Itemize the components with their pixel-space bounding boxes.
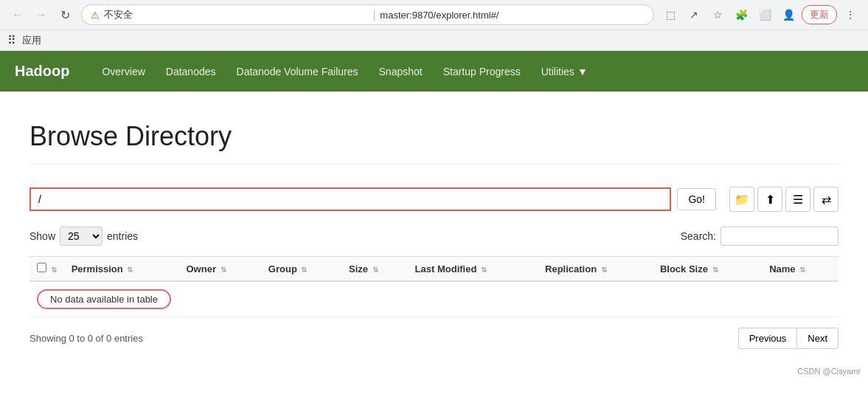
address-bar-separator: | bbox=[373, 9, 376, 21]
browser-nav-buttons: ← → ↻ bbox=[7, 4, 75, 25]
data-table: ⇅ Permission ⇅ Owner ⇅ Group ⇅ Size ⇅ bbox=[29, 256, 839, 317]
no-data-message: No data available in table bbox=[37, 289, 171, 309]
forward-button[interactable]: → bbox=[31, 4, 52, 25]
screenshot-button[interactable]: ⬚ bbox=[660, 4, 681, 25]
watermark-text: CSDN @Cisyamr bbox=[797, 367, 861, 376]
main-content: Browse Directory Go! 📁 ⬆ ☰ ⇄ Show 10 25 bbox=[0, 92, 868, 364]
browser-chrome: ← → ↻ ⚠ 不安全 | master:9870/explorer.html#… bbox=[0, 0, 868, 30]
extensions-button[interactable]: 🧩 bbox=[731, 4, 751, 25]
icon-buttons: 📁 ⬆ ☰ ⇄ bbox=[729, 187, 839, 212]
replication-sort-icon: ⇅ bbox=[601, 266, 607, 274]
security-warning-icon: ⚠ bbox=[91, 10, 100, 21]
size-sort-icon: ⇅ bbox=[372, 266, 378, 274]
navbar: Hadoop Overview Datanodes Datanode Volum… bbox=[0, 51, 868, 92]
menu-button[interactable]: ⋮ bbox=[840, 4, 861, 25]
replication-label: Replication bbox=[545, 263, 597, 275]
checkbox-col-header: ⇅ bbox=[29, 257, 64, 282]
copy-icon-button[interactable]: ⇄ bbox=[813, 187, 839, 212]
reload-button[interactable]: ↻ bbox=[55, 4, 75, 25]
table-body: No data available in table bbox=[29, 281, 839, 317]
block-size-sort-icon: ⇅ bbox=[712, 266, 718, 274]
back-button[interactable]: ← bbox=[7, 4, 28, 25]
search-input[interactable] bbox=[721, 227, 839, 246]
nav-link-utilities[interactable]: Utilities ▼ bbox=[531, 54, 598, 89]
showing-text: Showing 0 to 0 of 0 entries bbox=[29, 333, 143, 344]
list-icon-button[interactable]: ☰ bbox=[785, 187, 810, 212]
no-data-cell: No data available in table bbox=[29, 281, 839, 317]
footer-row: Showing 0 to 0 of 0 entries Previous Nex… bbox=[29, 328, 839, 349]
permission-label: Permission bbox=[72, 263, 123, 275]
bookmark-button[interactable]: ☆ bbox=[707, 4, 728, 25]
nav-link-overview[interactable]: Overview bbox=[91, 54, 155, 89]
path-row: Go! 📁 ⬆ ☰ ⇄ bbox=[29, 187, 839, 212]
last-modified-label: Last Modified bbox=[415, 263, 477, 275]
apps-bar-label: 应用 bbox=[22, 34, 41, 47]
col-header-last-modified[interactable]: Last Modified ⇅ bbox=[408, 257, 538, 282]
col-header-replication[interactable]: Replication ⇅ bbox=[538, 257, 653, 282]
path-input[interactable] bbox=[29, 187, 671, 211]
utilities-label: Utilities bbox=[541, 66, 574, 77]
col-header-owner[interactable]: Owner ⇅ bbox=[179, 257, 261, 282]
update-button[interactable]: 更新 bbox=[802, 5, 837, 24]
apps-bar: ⠿ 应用 bbox=[0, 30, 868, 51]
upload-icon: ⬆ bbox=[765, 193, 775, 207]
no-data-row: No data available in table bbox=[29, 281, 839, 317]
go-button[interactable]: Go! bbox=[677, 188, 716, 210]
folder-icon-button[interactable]: 📁 bbox=[729, 187, 754, 212]
permission-sort-icon: ⇅ bbox=[127, 266, 133, 274]
nav-link-datanodes[interactable]: Datanodes bbox=[156, 54, 226, 89]
next-button[interactable]: Next bbox=[796, 328, 839, 349]
copy-icon: ⇄ bbox=[822, 193, 831, 207]
name-label: Name bbox=[769, 263, 795, 275]
folder-icon: 📁 bbox=[735, 193, 749, 207]
page-title: Browse Directory bbox=[29, 121, 839, 165]
search-label: Search: bbox=[681, 230, 716, 242]
col-header-block-size[interactable]: Block Size ⇅ bbox=[653, 257, 762, 282]
select-all-checkbox[interactable] bbox=[37, 263, 46, 272]
sort-all-icon: ⇅ bbox=[51, 266, 57, 274]
apps-grid-icon: ⠿ bbox=[7, 33, 16, 47]
name-sort-icon: ⇅ bbox=[799, 266, 805, 274]
nav-link-startup-progress[interactable]: Startup Progress bbox=[433, 54, 531, 89]
watermark: CSDN @Cisyamr bbox=[0, 364, 868, 379]
block-size-label: Block Size bbox=[660, 263, 708, 275]
upload-icon-button[interactable]: ⬆ bbox=[757, 187, 782, 212]
address-bar-text: 不安全 bbox=[104, 8, 369, 21]
address-bar-url: master:9870/explorer.html#/ bbox=[380, 10, 645, 21]
last-modified-sort-icon: ⇅ bbox=[481, 266, 487, 274]
pagination: Previous Next bbox=[738, 328, 839, 349]
nav-link-snapshot[interactable]: Snapshot bbox=[369, 54, 433, 89]
address-bar: ⚠ 不安全 | master:9870/explorer.html#/ bbox=[81, 4, 654, 25]
show-left: Show 10 25 50 100 entries bbox=[29, 227, 138, 246]
group-label: Group bbox=[268, 263, 297, 275]
navbar-links: Overview Datanodes Datanode Volume Failu… bbox=[91, 54, 597, 89]
search-right: Search: bbox=[681, 227, 839, 246]
col-header-size[interactable]: Size ⇅ bbox=[341, 257, 408, 282]
col-header-group[interactable]: Group ⇅ bbox=[261, 257, 341, 282]
owner-label: Owner bbox=[187, 263, 216, 275]
group-sort-icon: ⇅ bbox=[301, 266, 307, 274]
list-icon: ☰ bbox=[793, 193, 803, 207]
show-row: Show 10 25 50 100 entries Search: bbox=[29, 227, 839, 246]
size-label: Size bbox=[349, 263, 368, 275]
utilities-dropdown-icon: ▼ bbox=[577, 66, 588, 77]
profile-button[interactable]: 👤 bbox=[778, 4, 799, 25]
previous-button[interactable]: Previous bbox=[738, 328, 797, 349]
show-label: Show bbox=[29, 230, 55, 242]
entries-label: entries bbox=[107, 230, 138, 242]
split-button[interactable]: ⬜ bbox=[754, 4, 775, 25]
owner-sort-icon: ⇅ bbox=[221, 266, 226, 274]
col-header-name[interactable]: Name ⇅ bbox=[762, 257, 839, 282]
show-select[interactable]: 10 25 50 100 bbox=[60, 227, 103, 246]
col-header-permission[interactable]: Permission ⇅ bbox=[64, 257, 179, 282]
navbar-brand[interactable]: Hadoop bbox=[15, 51, 84, 92]
share-button[interactable]: ↗ bbox=[684, 4, 704, 25]
nav-link-datanode-volume-failures[interactable]: Datanode Volume Failures bbox=[226, 54, 369, 89]
table-header: ⇅ Permission ⇅ Owner ⇅ Group ⇅ Size ⇅ bbox=[29, 257, 839, 282]
browser-actions: ⬚ ↗ ☆ 🧩 ⬜ 👤 更新 ⋮ bbox=[660, 4, 861, 25]
